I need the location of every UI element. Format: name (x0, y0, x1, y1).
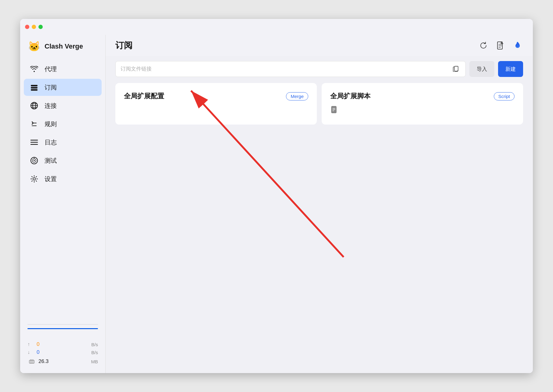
script-file-icon (330, 106, 515, 116)
main-content: 订阅 (106, 19, 533, 373)
sidebar-item-rules[interactable]: 规则 (24, 115, 102, 132)
memory-value: 26.3 (38, 358, 49, 365)
file-button[interactable] (495, 40, 506, 51)
global-merge-header: 全局扩展配置 Merge (124, 92, 308, 101)
radar-icon (30, 156, 38, 165)
sidebar-item-test[interactable]: 测试 (24, 152, 102, 169)
upload-value: 0 (37, 341, 39, 347)
sidebar-item-label-proxy: 代理 (45, 65, 57, 73)
svg-rect-1 (31, 87, 38, 89)
download-speed: ↓ 0 B/s (27, 349, 98, 355)
sidebar-item-settings[interactable]: 设置 (24, 170, 102, 187)
gear-icon (30, 175, 38, 183)
sidebar: 🐱 Clash Verge 代理 (20, 19, 106, 373)
svg-point-17 (33, 178, 35, 180)
upload-unit: B/s (91, 342, 98, 347)
global-script-header: 全局扩展脚本 Script (330, 92, 515, 101)
global-merge-title: 全局扩展配置 (124, 92, 164, 101)
svg-point-15 (34, 160, 35, 161)
app-title: Clash Verge (45, 42, 83, 50)
sidebar-item-logs[interactable]: 日志 (24, 134, 102, 151)
global-script-card: 全局扩展脚本 Script (322, 83, 523, 125)
download-value: 0 (37, 349, 39, 355)
svg-rect-2 (31, 89, 38, 91)
navigation: 代理 订阅 (20, 60, 105, 321)
menu-icon (30, 138, 38, 147)
url-bar: 导入 新建 (115, 61, 523, 77)
main-header: 订阅 (106, 35, 533, 56)
svg-rect-0 (31, 85, 38, 86)
import-button[interactable]: 导入 (469, 61, 494, 77)
sidebar-item-label-subscriptions: 订阅 (45, 83, 57, 92)
upload-speed: ↑ 0 B/s (27, 341, 98, 347)
memory-unit: MB (91, 359, 98, 364)
global-merge-card: 全局扩展配置 Merge (115, 83, 317, 125)
flame-button[interactable] (512, 40, 523, 51)
new-button[interactable]: 新建 (498, 61, 523, 77)
download-icon: ↓ (27, 350, 34, 355)
globe-icon (30, 101, 38, 110)
url-input-container (115, 61, 466, 77)
wifi-icon (30, 65, 38, 73)
progress-bar (27, 328, 98, 329)
close-button[interactable] (25, 25, 29, 29)
memory-icon (27, 357, 36, 366)
maximize-button[interactable] (38, 25, 43, 29)
minimize-button[interactable] (32, 25, 36, 29)
sidebar-item-label-connections: 连接 (45, 102, 57, 110)
refresh-button[interactable] (478, 40, 489, 51)
global-script-title: 全局扩展脚本 (330, 92, 370, 101)
layers-icon (30, 83, 38, 92)
sidebar-item-connections[interactable]: 连接 (24, 97, 102, 114)
rules-icon (30, 120, 38, 128)
subscription-url-input[interactable] (121, 66, 451, 72)
script-badge-button[interactable]: Script (494, 92, 515, 100)
sidebar-item-subscriptions[interactable]: 订阅 (24, 79, 102, 96)
svg-rect-25 (497, 42, 502, 49)
sidebar-item-proxy[interactable]: 代理 (24, 60, 102, 78)
sidebar-item-label-settings: 设置 (45, 175, 57, 183)
cards-grid: 全局扩展配置 Merge 全局扩展脚本 Script (115, 83, 523, 125)
brand: 🐱 Clash Verge (20, 35, 105, 60)
sidebar-divider (27, 324, 98, 325)
sidebar-item-label-test: 测试 (45, 157, 57, 165)
clipboard-button[interactable] (451, 64, 461, 74)
window-controls[interactable] (25, 25, 43, 29)
sidebar-item-label-logs: 日志 (45, 138, 57, 147)
download-unit: B/s (91, 350, 98, 355)
sidebar-item-label-rules: 规则 (45, 120, 57, 128)
app-icon: 🐱 (27, 40, 41, 53)
svg-rect-29 (454, 66, 458, 71)
upload-icon: ↑ (27, 342, 34, 347)
page-title: 订阅 (115, 40, 132, 51)
main-body: 导入 新建 全局扩展配置 Merge 全局扩展脚本 Script (106, 56, 533, 373)
header-actions (478, 40, 523, 51)
merge-badge-button[interactable]: Merge (286, 92, 308, 100)
sidebar-stats: ↑ 0 B/s ↓ 0 B/s (20, 336, 105, 373)
memory-usage: 26.3 MB (27, 357, 98, 366)
